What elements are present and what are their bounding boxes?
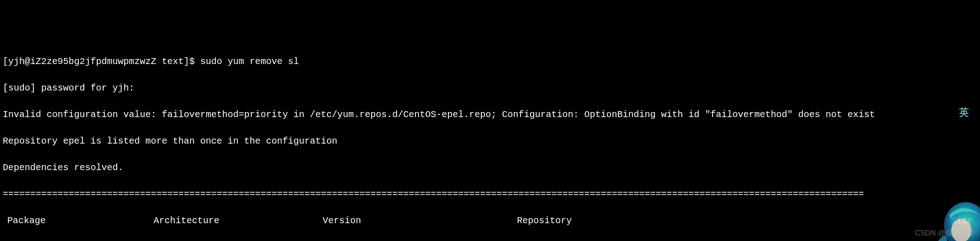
- command-line: [yjh@iZ2ze95bg2jfpdmuwpmzwzZ text]$ sudo…: [3, 55, 977, 68]
- header-repository: Repository: [517, 214, 686, 227]
- header-architecture: Architecture: [154, 214, 323, 227]
- language-badge: 英: [959, 105, 969, 120]
- sudo-password-prompt: [sudo] password for yjh:: [3, 81, 977, 95]
- header-package: Package: [3, 214, 154, 227]
- header-size: Size: [686, 214, 977, 227]
- header-version: Version: [323, 214, 517, 227]
- shell-prompt: [yjh@iZ2ze95bg2jfpdmuwpmzwzZ text]$: [3, 56, 200, 67]
- divider-top: ========================================…: [3, 187, 977, 201]
- config-warning: Invalid configuration value: failovermet…: [3, 108, 977, 121]
- csdn-watermark: CSDN @很辅不爱: [915, 228, 975, 238]
- dependencies-resolved: Dependencies resolved.: [3, 161, 977, 174]
- table-header-row: Package Architecture Version Repository …: [3, 214, 977, 227]
- typed-command: sudo yum remove sl: [200, 56, 299, 67]
- repo-warning: Repository epel is listed more than once…: [3, 134, 977, 148]
